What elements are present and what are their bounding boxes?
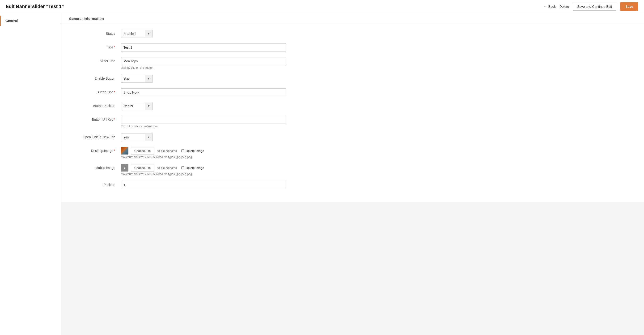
back-button[interactable]: ← Back xyxy=(544,5,556,9)
slider-title-input[interactable] xyxy=(121,57,286,65)
page-title: Edit Bannerslider "Test 1" xyxy=(6,4,64,9)
mobile-delete-image-checkbox[interactable] xyxy=(181,166,184,169)
mobile-file-info: Maximum file size: 2 MB. Allowed file ty… xyxy=(121,172,286,176)
mobile-image-field: I Choose File no file selected Delete Im… xyxy=(121,164,286,176)
position-label: Position xyxy=(69,181,121,187)
position-input[interactable] xyxy=(121,181,286,189)
open-link-select-wrapper: Yes No ▼ xyxy=(121,133,153,141)
desktop-delete-image-label[interactable]: Delete Image xyxy=(186,149,204,153)
enable-button-label: Enable Button xyxy=(69,75,121,80)
slider-title-row: Slider Title Display title on the image. xyxy=(69,57,636,70)
status-label: Status xyxy=(69,30,121,36)
button-position-dropdown-arrow-icon: ▼ xyxy=(145,103,152,110)
sidebar: General xyxy=(0,13,62,335)
sidebar-item-general[interactable]: General xyxy=(0,16,61,26)
desktop-delete-image-row: Delete Image xyxy=(181,149,204,153)
slider-title-hint: Display title on the image. xyxy=(121,66,286,70)
mobile-image-label: Mobile Image xyxy=(69,164,121,170)
open-link-field: Yes No ▼ xyxy=(121,133,286,141)
main-content: General Information Status Enabled Disab… xyxy=(62,13,644,335)
desktop-file-row: Choose File no file selected Delete Imag… xyxy=(121,147,286,155)
status-row: Status Enabled Disabled ▼ xyxy=(69,30,636,38)
delete-button[interactable]: Delete xyxy=(560,5,569,9)
open-link-select[interactable]: Yes No xyxy=(121,134,145,141)
section-title: General Information xyxy=(69,17,104,21)
mobile-choose-file-button[interactable]: Choose File xyxy=(131,164,154,172)
button-position-row: Button Position Center Left Right ▼ xyxy=(69,102,636,111)
button-position-select-wrapper: Center Left Right ▼ xyxy=(121,102,153,110)
button-title-input[interactable] xyxy=(121,88,286,96)
title-input[interactable] xyxy=(121,44,286,52)
mobile-image-thumbnail: I xyxy=(121,164,128,172)
enable-button-select[interactable]: Yes No xyxy=(121,75,145,83)
mobile-delete-image-label[interactable]: Delete Image xyxy=(186,166,204,170)
button-position-label: Button Position xyxy=(69,102,121,108)
enable-button-field: Yes No ▼ xyxy=(121,75,286,83)
desktop-image-field: Choose File no file selected Delete Imag… xyxy=(121,147,286,159)
button-title-field xyxy=(121,88,286,96)
desktop-delete-image-checkbox[interactable] xyxy=(181,149,184,152)
form-section: Status Enabled Disabled ▼ Title* xyxy=(62,24,644,202)
sidebar-item-general-label: General xyxy=(6,19,18,23)
desktop-file-info: Maximum file size: 2 MB. Allowed file ty… xyxy=(121,155,286,159)
open-link-label: Open Link In New Tab xyxy=(69,133,121,139)
button-url-required-star: * xyxy=(114,118,115,121)
open-link-dropdown-arrow-icon: ▼ xyxy=(145,134,152,141)
desktop-image-required-star: * xyxy=(114,149,115,153)
button-title-required-star: * xyxy=(114,90,115,94)
status-select-wrapper: Enabled Disabled ▼ xyxy=(121,30,153,38)
page-body: General General Information Status Enabl… xyxy=(0,13,644,335)
position-row: Position xyxy=(69,181,636,189)
button-url-row: Button Url Key* E.g : https://test.com/t… xyxy=(69,116,636,128)
back-arrow-icon: ← xyxy=(544,5,547,9)
button-position-select[interactable]: Center Left Right xyxy=(121,102,145,110)
save-continue-button[interactable]: Save and Continue Edit xyxy=(573,3,616,11)
button-url-field: E.g : https://test.com/test.html xyxy=(121,116,286,128)
page-header: Edit Bannerslider "Test 1" ← Back Delete… xyxy=(0,0,644,13)
section-header: General Information xyxy=(62,13,644,24)
button-url-hint: E.g : https://test.com/test.html xyxy=(121,125,286,128)
title-row: Title* xyxy=(69,44,636,52)
desktop-image-row: Desktop Image* Choose File no file selec… xyxy=(69,147,636,159)
status-field: Enabled Disabled ▼ xyxy=(121,30,286,38)
desktop-image-label: Desktop Image* xyxy=(69,147,121,153)
desktop-image-thumbnail xyxy=(121,147,128,155)
status-select[interactable]: Enabled Disabled xyxy=(121,30,145,38)
title-field xyxy=(121,44,286,52)
enable-button-row: Enable Button Yes No ▼ xyxy=(69,75,636,83)
open-link-row: Open Link In New Tab Yes No ▼ xyxy=(69,133,636,142)
desktop-no-file-label: no file selected xyxy=(156,149,177,153)
enable-button-select-wrapper: Yes No ▼ xyxy=(121,75,153,83)
position-field xyxy=(121,181,286,189)
enable-button-dropdown-arrow-icon: ▼ xyxy=(145,75,152,82)
mobile-file-row: I Choose File no file selected Delete Im… xyxy=(121,164,286,172)
mobile-image-row: Mobile Image I Choose File no file selec… xyxy=(69,164,636,176)
slider-title-label: Slider Title xyxy=(69,57,121,63)
mobile-no-file-label: no file selected xyxy=(156,166,177,170)
mobile-delete-image-row: Delete Image xyxy=(181,166,204,170)
save-button[interactable]: Save xyxy=(620,2,638,11)
button-url-label: Button Url Key* xyxy=(69,116,121,121)
desktop-choose-file-button[interactable]: Choose File xyxy=(131,147,154,155)
button-title-label: Button Title* xyxy=(69,88,121,94)
title-label: Title* xyxy=(69,44,121,49)
header-actions: ← Back Delete Save and Continue Edit Sav… xyxy=(544,2,638,11)
status-dropdown-arrow-icon: ▼ xyxy=(145,30,152,37)
title-required-star: * xyxy=(114,45,115,49)
button-title-row: Button Title* xyxy=(69,88,636,97)
button-url-input[interactable] xyxy=(121,116,286,124)
button-position-field: Center Left Right ▼ xyxy=(121,102,286,110)
slider-title-field: Display title on the image. xyxy=(121,57,286,70)
back-button-label: Back xyxy=(548,5,556,9)
